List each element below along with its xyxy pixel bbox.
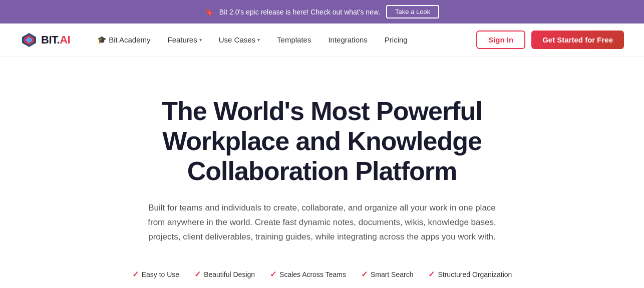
academy-icon: 🎓 — [97, 36, 107, 44]
badge-easy-to-use: ✓ Easy to Use — [132, 270, 179, 279]
navigation: BIT.AI 🎓 Bit Academy Features ▾ Use Case… — [0, 24, 644, 56]
badge-smart-search: ✓ Smart Search — [361, 270, 414, 279]
announcement-bar: 🔖 Bit 2.0's epic release is here! Check … — [0, 0, 644, 24]
hero-section: The World's Most Powerful Workplace and … — [0, 56, 644, 288]
sign-in-button[interactable]: Sign In — [476, 30, 525, 49]
check-icon-1: ✓ — [132, 270, 139, 279]
check-icon-3: ✓ — [270, 270, 276, 279]
use-cases-chevron-icon: ▾ — [257, 37, 260, 42]
nav-item-features[interactable]: Features ▾ — [161, 32, 209, 48]
badge-scales-across-teams: ✓ Scales Across Teams — [270, 270, 346, 279]
logo[interactable]: BIT.AI — [20, 31, 70, 49]
badge-beautiful-design: ✓ Beautiful Design — [194, 270, 255, 279]
nav-item-pricing[interactable]: Pricing — [378, 32, 415, 48]
features-chevron-icon: ▾ — [199, 37, 202, 42]
hero-subtitle: Built for teams and individuals to creat… — [147, 201, 497, 244]
nav-item-use-cases[interactable]: Use Cases ▾ — [212, 32, 267, 48]
feature-badges: ✓ Easy to Use ✓ Beautiful Design ✓ Scale… — [100, 270, 544, 288]
take-a-look-button[interactable]: Take a Look — [386, 5, 439, 18]
nav-links: 🎓 Bit Academy Features ▾ Use Cases ▾ Tem… — [90, 32, 476, 48]
nav-item-integrations[interactable]: Integrations — [321, 32, 374, 48]
check-icon-4: ✓ — [361, 270, 368, 279]
announcement-text: Bit 2.0's epic release is here! Check ou… — [219, 8, 380, 16]
nav-item-academy[interactable]: 🎓 Bit Academy — [90, 32, 157, 48]
announcement-icon: 🔖 — [205, 8, 213, 16]
nav-actions: Sign In Get Started for Free — [476, 30, 624, 49]
check-icon-5: ✓ — [428, 270, 435, 279]
logo-text: BIT.AI — [41, 34, 70, 46]
check-icon-2: ✓ — [194, 270, 201, 279]
nav-item-templates[interactable]: Templates — [270, 32, 318, 48]
logo-icon — [20, 31, 38, 49]
badge-structured-organization: ✓ Structured Organization — [428, 270, 512, 279]
hero-title: The World's Most Powerful Workplace and … — [100, 96, 544, 186]
get-started-button[interactable]: Get Started for Free — [531, 30, 624, 49]
